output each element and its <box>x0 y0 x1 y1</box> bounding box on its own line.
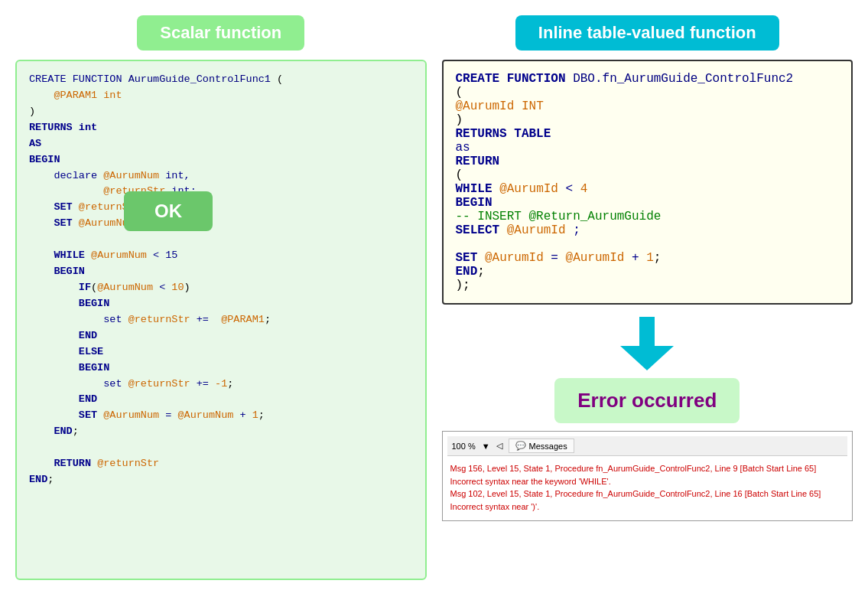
scalar-code-box: OK CREATE FUNCTION AurumGuide_ControlFun… <box>15 60 427 580</box>
code-line-l18: ELSE <box>29 344 413 360</box>
messages-tab-label: Messages <box>529 442 567 451</box>
code-line-r11: -- INSERT @Return_AurumGuide <box>456 210 840 223</box>
code-line-l9: SET @returnStr = 0; <box>29 200 413 216</box>
code-line-l19: BEGIN <box>29 360 413 377</box>
code-line-r6: as <box>456 141 840 155</box>
code-line-l22: SET @AurumNum = @AurumNum + 1; <box>29 408 413 424</box>
code-line-r1: CREATE FUNCTION DBO.fn_AurumGuide_Contro… <box>456 72 840 86</box>
ok-button[interactable]: OK <box>124 191 213 231</box>
code-line-l13: BEGIN <box>29 264 413 280</box>
code-line-r15: END; <box>456 265 840 279</box>
code-line-l11 <box>29 232 413 248</box>
code-line-l14: IF(@AurumNum < 10) <box>29 280 413 296</box>
messages-box: 100 % ▼ ◁ 💬 Messages Msg 156, Level 15, … <box>442 431 853 521</box>
message-line-0: Msg 156, Level 15, State 1, Procedure fn… <box>450 462 845 475</box>
code-line-l16: set @returnStr += @PARAM1; <box>29 312 413 328</box>
error-occurred-box: Error occurred <box>554 378 740 423</box>
scalar-function-title-box: Scalar function <box>137 15 304 51</box>
code-line-r4: ) <box>456 113 840 127</box>
code-line-l2: @PARAM1 int <box>29 88 413 104</box>
code-line-l1: CREATE FUNCTION AurumGuide_ControlFunc1 … <box>29 72 413 88</box>
message-line-3: Incorrect syntax near ')'. <box>450 501 845 514</box>
code-line-l20: set @returnStr += -1; <box>29 377 413 393</box>
code-line-l5: AS <box>29 136 413 152</box>
code-line-l8: @returnStr int; <box>29 184 413 200</box>
code-line-l4: RETURNS int <box>29 120 413 136</box>
message-line-1: Incorrect syntax near the keyword 'WHILE… <box>450 475 845 488</box>
messages-tab[interactable]: 💬 Messages <box>509 439 574 453</box>
code-line-r14: SET @AurumId = @AurumId + 1; <box>456 251 840 265</box>
down-arrow-icon <box>620 317 674 370</box>
zoom-level: 100 % <box>452 442 476 451</box>
code-line-r3: @AurumId INT <box>456 99 840 113</box>
inline-code-box: CREATE FUNCTION DBO.fn_AurumGuide_Contro… <box>442 60 853 305</box>
inline-function-title: Inline table-valued function <box>538 23 756 42</box>
left-panel: Scalar function OK CREATE FUNCTION Aurum… <box>15 15 427 598</box>
right-panel: Inline table-valued function CREATE FUNC… <box>442 15 853 598</box>
message-line-2: Msg 102, Level 15, State 1, Procedure fn… <box>450 487 845 501</box>
right-bottom: Error occurred 100 % ▼ ◁ 💬 Messages Msg … <box>442 305 853 521</box>
code-line-r2: ( <box>456 86 840 99</box>
code-line-l7: declare @AurumNum int, <box>29 168 413 184</box>
code-line-r13 <box>456 237 840 251</box>
code-line-l25: RETURN @returnStr <box>29 456 413 472</box>
code-line-r5: RETURNS TABLE <box>456 127 840 141</box>
scalar-function-title: Scalar function <box>160 23 281 42</box>
code-line-r8: ( <box>456 168 840 182</box>
code-line-l21: END <box>29 392 413 408</box>
code-line-l10: SET @AurumNum = 1; <box>29 216 413 232</box>
code-line-r16: ); <box>456 279 840 292</box>
toolbar-separator: ◁ <box>496 441 502 451</box>
code-line-l23: END; <box>29 424 413 440</box>
messages-toolbar: 100 % ▼ ◁ 💬 Messages <box>447 436 848 456</box>
arrow-container <box>620 317 674 370</box>
code-line-r12: SELECT @AurumId ; <box>456 223 840 237</box>
code-line-r10: BEGIN <box>456 196 840 210</box>
code-line-l17: END <box>29 328 413 344</box>
messages-tab-icon: 💬 <box>515 441 526 451</box>
error-occurred-label: Error occurred <box>577 389 717 412</box>
code-line-l12: WHILE @AurumNum < 15 <box>29 248 413 264</box>
main-container: Scalar function OK CREATE FUNCTION Aurum… <box>0 0 868 613</box>
scalar-code-block: CREATE FUNCTION AurumGuide_ControlFunc1 … <box>29 72 413 488</box>
ok-button-label: OK <box>154 201 182 221</box>
inline-function-title-box: Inline table-valued function <box>515 15 779 51</box>
code-line-r7: RETURN <box>456 155 840 168</box>
code-line-l26: END; <box>29 472 413 488</box>
code-line-r9: WHILE @AurumId < 4 <box>456 182 840 196</box>
code-line-l3: ) <box>29 104 413 120</box>
svg-marker-1 <box>620 346 674 370</box>
messages-content: Msg 156, Level 15, State 1, Procedure fn… <box>447 459 848 516</box>
svg-rect-0 <box>639 317 655 347</box>
code-line-l15: BEGIN <box>29 296 413 312</box>
code-line-l24 <box>29 440 413 456</box>
code-line-l6: BEGIN <box>29 152 413 168</box>
toolbar-arrow: ▼ <box>482 442 490 451</box>
